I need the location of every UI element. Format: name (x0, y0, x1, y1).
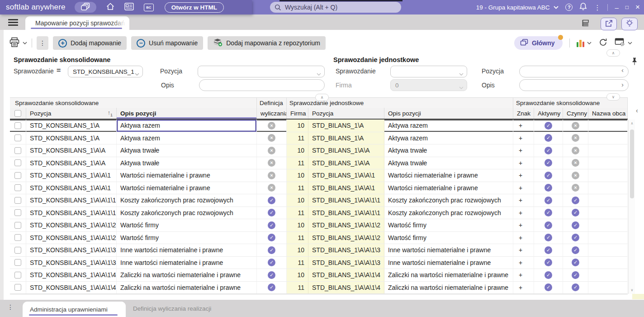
cell-znak[interactable]: + (513, 194, 534, 207)
cell-opis-pozycji[interactable]: Zaliczki na wartości niematerialne i pra… (117, 282, 257, 294)
cell-pozycja[interactable]: STD_KONSBILANS_1\A\A\1\2 (26, 219, 117, 231)
context-selector[interactable]: 19 - Grupa kapitałowa ABC (476, 4, 559, 11)
cell-nazwa-obca[interactable] (588, 269, 628, 281)
cell-znak[interactable]: + (513, 169, 534, 182)
cell-pozycja-jednostkowa[interactable]: STD_BILANS_1\A\A\1\1 (308, 207, 384, 219)
cell-opis-jednostkowy[interactable]: Zaliczki na wartości niematerialne i pra… (384, 269, 513, 281)
check-circle-icon[interactable]: ✓ (545, 209, 552, 216)
cross-circle-icon[interactable]: × (268, 184, 275, 192)
cell-firma[interactable]: 11 (287, 132, 308, 144)
cell-opis-pozycji[interactable]: Inne wartości niematerialne i prawne (117, 257, 257, 269)
cell-definicja-wyliczania[interactable]: × (257, 169, 287, 182)
cell-pozycja[interactable]: STD_KONSBILANS_1\A\A\1\2 (26, 232, 117, 244)
row-select-cell[interactable] (10, 169, 26, 182)
row-checkbox[interactable] (14, 234, 21, 241)
cell-definicja-wyliczania[interactable]: ✓ (257, 269, 287, 281)
cell-firma[interactable]: 10 (287, 269, 308, 281)
cell-opis-pozycji[interactable]: Koszty zakończonych prac rozwojowych (117, 194, 257, 207)
header-wyliczania[interactable]: wyliczania (257, 108, 287, 119)
cell-znak[interactable]: + (513, 257, 534, 269)
table-row[interactable]: STD_KONSBILANS_1\A\A\1\4Zaliczki na wart… (10, 282, 628, 294)
notifications-button[interactable] (579, 2, 587, 12)
cell-aktywny[interactable]: ✓ (534, 194, 563, 207)
consolidated-report-select[interactable]: STD_KONSBILANS_1 (68, 66, 143, 77)
row-checkbox[interactable] (14, 259, 21, 266)
row-select-cell[interactable] (10, 194, 26, 207)
cross-circle-icon[interactable]: × (572, 184, 579, 192)
table-row[interactable]: STD_KONSBILANS_1\A\A\1\3Inne wartości ni… (10, 244, 628, 257)
cell-firma[interactable]: 11 (287, 207, 308, 219)
cell-definicja-wyliczania[interactable]: ✓ (257, 194, 287, 207)
form-settings-button[interactable] (615, 38, 632, 48)
row-checkbox[interactable] (14, 147, 21, 154)
cell-pozycja[interactable]: STD_KONSBILANS_1\A\A\1\4 (26, 282, 117, 294)
table-row[interactable]: STD_KONSBILANS_1\A\A\1\1Koszty zakończon… (10, 194, 628, 207)
cell-pozycja[interactable]: STD_KONSBILANS_1\A\A\1\3 (26, 257, 117, 269)
header-nazwa-obca[interactable]: Nazwa obca (588, 108, 628, 119)
cell-firma[interactable]: 10 (287, 144, 308, 157)
cell-opis-jednostkowy[interactable]: Aktywa razem (384, 132, 513, 144)
scrollbar-thumb[interactable] (630, 130, 634, 198)
row-select-cell[interactable] (10, 232, 26, 244)
cross-circle-icon[interactable]: × (268, 172, 275, 179)
chevron-left-icon[interactable]: ‹ (621, 66, 624, 74)
check-circle-icon[interactable]: ✓ (268, 246, 275, 254)
cell-pozycja-jednostkowa[interactable]: STD_BILANS_1\A\A\1\4 (308, 269, 384, 281)
table-row[interactable]: STD_KONSBILANS_1\AAktywa razem×11STD_BIL… (10, 132, 628, 145)
cell-pozycja-jednostkowa[interactable]: STD_BILANS_1\A\A\1 (308, 182, 384, 194)
row-select-cell[interactable] (10, 144, 26, 157)
row-checkbox[interactable] (14, 159, 21, 166)
cell-definicja-wyliczania[interactable]: × (257, 182, 287, 194)
cross-circle-icon[interactable]: × (572, 134, 579, 142)
consolidated-desc-input[interactable] (199, 79, 325, 91)
row-select-cell[interactable] (10, 257, 26, 269)
chart-button[interactable] (577, 39, 592, 47)
hamburger-menu-button[interactable] (8, 19, 18, 28)
minimize-button[interactable]: – (615, 4, 618, 11)
row-checkbox[interactable] (14, 284, 21, 291)
cell-aktywny[interactable]: ✓ (534, 132, 563, 144)
cell-opis-jednostkowy[interactable]: Inne wartości niematerialne i prawne (384, 257, 513, 269)
cell-firma[interactable]: 10 (287, 194, 308, 207)
cell-definicja-wyliczania[interactable]: × (257, 120, 287, 132)
vertical-scrollbar[interactable]: ∧ ∨ (628, 120, 635, 294)
cell-aktywny[interactable]: ✓ (534, 282, 563, 294)
table-row[interactable]: STD_KONSBILANS_1\A\AAktywa trwałe×10STD_… (10, 144, 628, 157)
cell-aktywny[interactable]: ✓ (534, 182, 563, 194)
header-pozycja-jedn[interactable]: Pozycja (308, 108, 384, 119)
chevron-right-icon[interactable]: › (621, 81, 624, 88)
cell-definicja-wyliczania[interactable]: × (257, 157, 287, 169)
cell-czynny[interactable]: ✓ (563, 257, 588, 269)
check-circle-icon[interactable]: ✓ (572, 234, 579, 241)
cell-znak[interactable]: + (513, 157, 534, 169)
cell-opis-pozycji[interactable]: Wartość firmy (117, 232, 257, 244)
help-button[interactable]: ? (565, 4, 573, 11)
cell-nazwa-obca[interactable] (588, 157, 628, 169)
close-button[interactable]: × (635, 3, 640, 12)
sort-ascending-icon[interactable]: ↑1 (108, 110, 113, 117)
check-circle-icon[interactable]: ✓ (572, 209, 579, 216)
documents-button[interactable] (124, 3, 134, 12)
table-row[interactable]: STD_KONSBILANS_1\A\A\1Wartości niemateri… (10, 169, 628, 182)
cell-definicja-wyliczania[interactable]: ✓ (257, 232, 287, 244)
tab-mapowanie-pozycji[interactable]: Mapowanie pozycji sprawozdań (25, 16, 129, 30)
cell-czynny[interactable]: ✓ (563, 269, 588, 281)
table-row[interactable]: STD_KONSBILANS_1\A\A\1\3Inne wartości ni… (10, 257, 628, 269)
refresh-button[interactable] (598, 38, 608, 49)
cell-pozycja[interactable]: STD_KONSBILANS_1\A\A\1\1 (26, 207, 117, 219)
expand-panel-button[interactable]: ∨ (606, 93, 620, 101)
cell-opis-jednostkowy[interactable]: Koszty zakończonych prac rozwojowych (384, 194, 513, 207)
cell-znak[interactable]: + (513, 182, 534, 194)
cell-nazwa-obca[interactable] (588, 282, 628, 294)
cell-nazwa-obca[interactable] (588, 144, 628, 157)
global-search-input[interactable]: Wyszukaj (Alt + Q) (270, 2, 401, 13)
cross-circle-icon[interactable]: × (572, 122, 579, 130)
cell-pozycja[interactable]: STD_KONSBILANS_1\A (26, 132, 117, 144)
cell-pozycja-jednostkowa[interactable]: STD_BILANS_1\A (308, 120, 384, 132)
consolidated-position-select[interactable] (198, 66, 325, 77)
unit-report-select[interactable] (390, 66, 467, 77)
add-mapping-from-repository-button[interactable]: Dodaj mapowania z repozytorium (208, 36, 326, 50)
check-circle-icon[interactable]: ✓ (268, 283, 275, 291)
check-circle-icon[interactable]: ✓ (545, 221, 552, 229)
collapse-filter-top-button[interactable]: ∧ (606, 49, 620, 57)
